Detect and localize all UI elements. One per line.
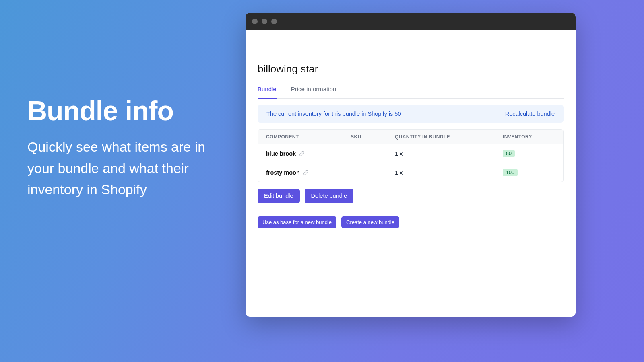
link-icon (303, 170, 309, 175)
table-header: COMPONENT SKU QUANTITY IN BUNDLE INVENTO… (258, 130, 563, 144)
window-titlebar (246, 13, 576, 30)
window-close-dot[interactable] (252, 19, 258, 24)
tab-bar: Bundle Price information (258, 82, 564, 99)
delete-bundle-button[interactable]: Delete bundle (305, 189, 354, 203)
table-row: blue brook 1 x 50 (258, 144, 563, 163)
tab-bundle[interactable]: Bundle (258, 82, 277, 98)
inventory-badge: 100 (503, 169, 518, 176)
app-window: billowing star Bundle Price information … (246, 13, 576, 317)
component-quantity: 1 x (395, 169, 503, 176)
link-icon (299, 151, 305, 156)
page-title: billowing star (258, 63, 564, 75)
col-header-sku: SKU (351, 134, 395, 140)
primary-actions: Edit bundle Delete bundle (258, 189, 564, 203)
page-content: billowing star Bundle Price information … (246, 30, 576, 317)
inventory-badge: 50 (503, 150, 515, 157)
hero-panel: Bundle info Quickly see what items are i… (0, 0, 246, 200)
secondary-actions: Use as base for a new bundle Create a ne… (258, 216, 564, 228)
window-minimize-dot[interactable] (262, 19, 267, 24)
inventory-banner: The current inventory for this bundle in… (258, 105, 564, 123)
col-header-component: COMPONENT (266, 134, 351, 140)
component-quantity: 1 x (395, 150, 503, 157)
hero-title: Bundle info (27, 97, 233, 125)
col-header-inventory: INVENTORY (503, 134, 555, 140)
inventory-banner-text: The current inventory for this bundle in… (266, 111, 401, 117)
divider (258, 210, 564, 210)
use-as-base-button[interactable]: Use as base for a new bundle (258, 216, 336, 228)
col-header-quantity: QUANTITY IN BUNDLE (395, 134, 503, 140)
recalculate-bundle-link[interactable]: Recalculate bundle (505, 111, 555, 117)
table-row: frosty moon 1 x 100 (258, 163, 563, 182)
window-zoom-dot[interactable] (271, 19, 277, 24)
create-new-bundle-button[interactable]: Create a new bundle (341, 216, 399, 228)
component-name-text: frosty moon (266, 169, 300, 176)
hero-subtitle: Quickly see what items are in your bundl… (27, 136, 233, 200)
component-name[interactable]: frosty moon (266, 169, 309, 176)
component-name-text: blue brook (266, 150, 296, 157)
edit-bundle-button[interactable]: Edit bundle (258, 189, 300, 203)
component-name[interactable]: blue brook (266, 150, 305, 157)
components-table: COMPONENT SKU QUANTITY IN BUNDLE INVENTO… (258, 129, 564, 182)
tab-price-information[interactable]: Price information (291, 82, 336, 98)
